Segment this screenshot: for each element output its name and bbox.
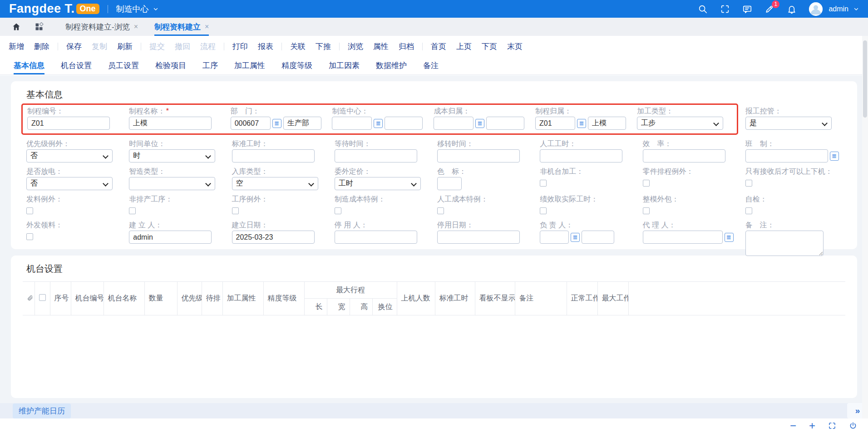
tab-inspection-items[interactable]: 检验项目 (155, 57, 186, 74)
edit-notifications[interactable]: 1 (764, 4, 774, 14)
tab-process[interactable]: 工序 (202, 57, 218, 74)
select-all-checkbox[interactable] (39, 294, 46, 301)
col-queue[interactable]: 待排 (202, 282, 222, 315)
add-button[interactable]: 新增 (4, 41, 29, 52)
priority-exception-select[interactable]: 否 (26, 149, 113, 162)
owner-code-input[interactable] (540, 231, 569, 244)
self-inspect-checkbox[interactable] (745, 207, 752, 214)
col-operators[interactable]: 上机人数 (397, 282, 435, 315)
smart-type-select[interactable] (129, 177, 215, 190)
lookup-icon[interactable]: ≣ (577, 119, 586, 128)
module-switcher[interactable]: 制造中心 (116, 4, 158, 15)
refresh-button[interactable]: 刷新 (112, 41, 138, 52)
user-chevron-down-icon[interactable] (853, 6, 859, 12)
col-priority[interactable]: 优先级 (177, 282, 202, 315)
col-qty[interactable]: 数量 (144, 282, 177, 315)
deactivate-user-input[interactable] (335, 231, 417, 244)
non-scheduled-checkbox[interactable] (129, 207, 136, 214)
tab-process-create[interactable]: 制程资料建立 × (154, 18, 209, 36)
home-icon[interactable] (12, 22, 21, 31)
labor-cost-special-checkbox[interactable] (437, 207, 444, 214)
part-schedule-exception-checkbox[interactable] (643, 180, 650, 187)
lookup-icon[interactable]: ≣ (374, 119, 383, 128)
shift-input[interactable] (745, 149, 828, 162)
message-icon[interactable] (742, 4, 752, 14)
process-belong-code-input[interactable] (535, 117, 575, 130)
close-icon[interactable]: × (205, 23, 209, 31)
search-icon[interactable] (698, 4, 708, 14)
next-page-button[interactable]: 下页 (477, 41, 502, 52)
close-icon[interactable]: × (134, 23, 138, 31)
col-precision[interactable]: 精度等级 (263, 282, 304, 315)
col-stroke-height[interactable]: 高 (350, 299, 372, 315)
col-remark[interactable]: 备注 (515, 282, 567, 315)
tab-process-attr[interactable]: 加工属性 (234, 57, 265, 74)
tab-data-maintain[interactable]: 数据维护 (376, 57, 407, 74)
power-icon[interactable] (849, 422, 857, 430)
color-mark-input[interactable] (437, 177, 462, 190)
report-control-select[interactable]: 是 (745, 117, 832, 130)
archive-button[interactable]: 归档 (394, 41, 419, 52)
department-name-input[interactable] (283, 117, 321, 130)
mfg-center-name-input[interactable] (385, 117, 423, 130)
zoom-in-button[interactable]: + (809, 420, 815, 431)
col-process-attr[interactable]: 加工属性 (222, 282, 263, 315)
process-belong-name-input[interactable] (588, 117, 626, 130)
lookup-icon[interactable]: ≣ (272, 119, 281, 128)
col-kanban-hide[interactable]: 看板不显示 (475, 282, 515, 315)
non-machine-checkbox[interactable] (540, 180, 547, 187)
tab-staff-setup[interactable]: 员工设置 (108, 57, 139, 74)
browse-button[interactable]: 浏览 (343, 41, 368, 52)
tab-precision-level[interactable]: 精度等级 (281, 57, 312, 74)
cost-belong-name-input[interactable] (486, 117, 524, 130)
edm-select[interactable]: 否 (26, 177, 113, 190)
efficiency-input[interactable] (643, 149, 725, 162)
col-stroke-swap[interactable]: 换位 (372, 299, 397, 315)
apps-grid-icon[interactable] (35, 22, 44, 31)
whole-mold-outsource-checkbox[interactable] (643, 207, 650, 214)
labor-hours-input[interactable] (540, 149, 622, 162)
time-unit-select[interactable]: 时 (129, 149, 215, 162)
delete-button[interactable]: 删除 (29, 41, 54, 52)
process-exception-checkbox[interactable] (232, 207, 239, 214)
attribute-button[interactable]: 属性 (368, 41, 394, 52)
fullscreen-icon[interactable] (720, 4, 730, 14)
lookup-icon[interactable]: ≣ (830, 152, 839, 161)
fullscreen-toggle-icon[interactable] (828, 422, 836, 430)
tab-process-factor[interactable]: 加工因素 (329, 57, 360, 74)
col-seq[interactable]: 序号 (50, 282, 71, 315)
col-machine-code[interactable]: 机台编号 (71, 282, 104, 315)
save-button[interactable]: 保存 (61, 41, 87, 52)
col-std-hours[interactable]: 标准工时 (435, 282, 475, 315)
lookup-icon[interactable]: ≣ (571, 233, 580, 242)
tab-process-browse[interactable]: 制程资料建立-浏览 × (65, 18, 138, 36)
outgoing-issue-checkbox[interactable] (26, 233, 33, 240)
maintain-capacity-calendar-button[interactable]: 维护产能日历 (13, 403, 71, 418)
relate-button[interactable]: 关联 (285, 41, 311, 52)
last-page-button[interactable]: 末页 (502, 41, 528, 52)
transfer-time-input[interactable] (437, 149, 520, 162)
perf-actual-hours-checkbox[interactable] (540, 207, 547, 214)
note-textarea[interactable] (745, 231, 824, 256)
std-hours-input[interactable] (232, 149, 315, 162)
owner-name-input[interactable] (582, 231, 614, 244)
department-code-input[interactable] (231, 117, 271, 130)
create-date-input[interactable] (232, 231, 315, 244)
first-page-button[interactable]: 首页 (426, 41, 451, 52)
tab-basic-info[interactable]: 基本信息 (14, 57, 44, 74)
bell-icon[interactable] (787, 4, 797, 14)
stock-in-type-select[interactable]: 空 (232, 177, 318, 190)
mfg-cost-special-checkbox[interactable] (335, 207, 341, 214)
deactivate-date-input[interactable] (437, 231, 520, 244)
scrollbar-thumb[interactable] (863, 40, 867, 118)
wait-time-input[interactable] (335, 149, 417, 162)
mfg-center-code-input[interactable] (332, 117, 372, 130)
lookup-icon[interactable]: ≣ (725, 233, 734, 242)
process-type-select[interactable]: 工步 (637, 117, 723, 130)
username[interactable]: admin (829, 5, 848, 13)
col-stroke-length[interactable]: 长 (304, 299, 327, 315)
avatar[interactable] (809, 2, 823, 16)
prev-page-button[interactable]: 上页 (451, 41, 477, 52)
issue-exception-checkbox[interactable] (26, 207, 33, 214)
report-button[interactable]: 报表 (253, 41, 278, 52)
